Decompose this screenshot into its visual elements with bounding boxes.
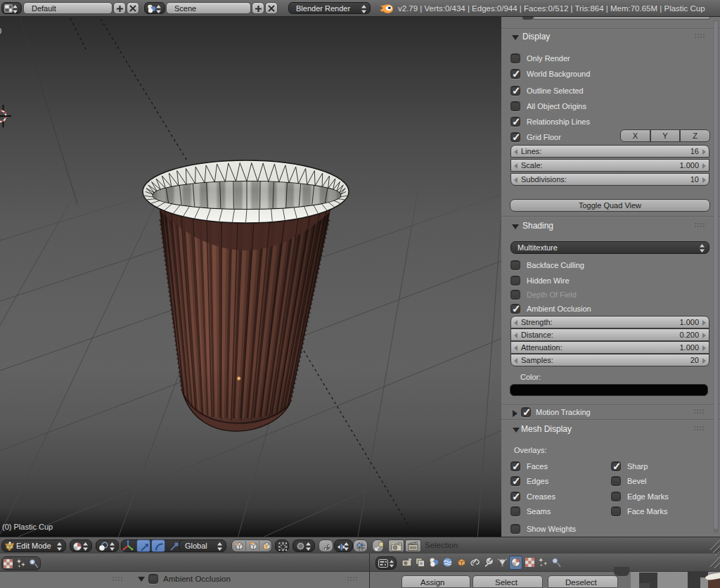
svg-text:0: 0 xyxy=(0,27,1,35)
